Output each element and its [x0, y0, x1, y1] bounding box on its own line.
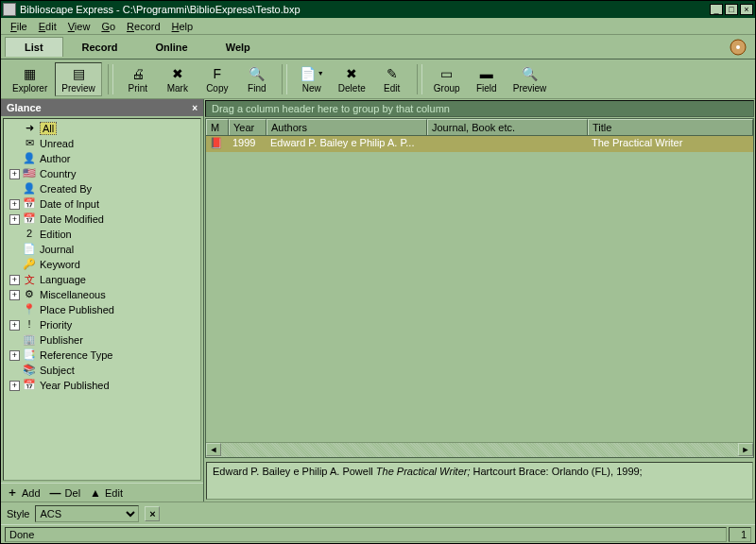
expand-icon[interactable]: +: [9, 290, 20, 300]
tree-item-date-modified[interactable]: +📅Date Modified: [6, 212, 198, 227]
tree-item-keyword[interactable]: 🔑Keyword: [6, 257, 198, 272]
tree-icon: 🏢: [22, 333, 37, 347]
scroll-left-icon[interactable]: ◄: [206, 443, 221, 456]
expand-icon[interactable]: +: [9, 275, 20, 285]
tree-label: Country: [40, 168, 77, 179]
tree-item-country[interactable]: +🇺🇸Country: [6, 166, 198, 181]
edit-icon: ✎: [384, 65, 401, 82]
glance-buttons: ＋Add —Del ▲Edit: [1, 483, 203, 502]
maximize-button[interactable]: □: [725, 4, 738, 15]
toolbar-mark[interactable]: ✖Mark: [159, 63, 197, 95]
citation-title: The Practical Writer;: [376, 466, 471, 477]
menu-record[interactable]: Record: [121, 19, 165, 34]
style-select[interactable]: ACS: [35, 505, 139, 522]
mark-icon: ✖: [169, 65, 186, 82]
statusbar: Done 1: [1, 524, 755, 543]
toolbar-print[interactable]: 🖨Print: [119, 63, 157, 95]
tree-item-date-of-input[interactable]: +📅Date of Input: [6, 196, 198, 212]
col-journal[interactable]: Journal, Book etc.: [427, 119, 588, 135]
tree-icon: 📅: [22, 212, 37, 226]
tree-item-reference-type[interactable]: +📑Reference Type: [6, 348, 198, 363]
group-icon: ▭: [438, 65, 455, 82]
style-clear-button[interactable]: ×: [145, 506, 160, 521]
citation-authors: Edward P. Bailey e Philip A. Powell: [213, 466, 376, 477]
tree-label: Journal: [40, 244, 74, 255]
tree-item-year-published[interactable]: +📅Year Published: [6, 378, 198, 393]
tree-item-all[interactable]: ➜All: [6, 121, 198, 136]
toolbar-edit[interactable]: ✎Edit: [373, 63, 411, 95]
tree-label: Edition: [40, 229, 72, 240]
cd-icon[interactable]: [729, 38, 747, 57]
toolbar-explorer[interactable]: ▦Explorer: [7, 63, 53, 95]
toolbar-new[interactable]: 📄▼New: [293, 63, 331, 95]
minimize-button[interactable]: _: [710, 4, 723, 15]
tree-item-miscellaneous[interactable]: +⚙Miscellaneous: [6, 287, 198, 302]
glance-title: Glance: [7, 102, 42, 113]
expand-icon[interactable]: +: [9, 350, 20, 361]
tree-icon: 🔑: [22, 258, 37, 271]
glance-add-button[interactable]: ＋Add: [7, 484, 41, 501]
tree-label: Unread: [40, 138, 74, 149]
col-title[interactable]: Title: [588, 119, 753, 135]
tree-item-subject[interactable]: 📚Subject: [6, 363, 198, 378]
toolbar-copy[interactable]: FCopy: [198, 63, 236, 95]
toolbar-preview[interactable]: ▤Preview: [55, 62, 102, 96]
tree-item-edition[interactable]: 2Edition: [6, 227, 198, 242]
tree-item-language[interactable]: +文Language: [6, 272, 198, 287]
tree-item-author[interactable]: 👤Author: [6, 151, 198, 166]
tree-icon: 👤: [22, 182, 37, 196]
expand-icon[interactable]: +: [9, 381, 20, 391]
menu-view[interactable]: View: [62, 19, 96, 34]
app-icon: [3, 3, 16, 16]
menu-help[interactable]: Help: [166, 19, 199, 34]
tree-item-priority[interactable]: +!Priority: [6, 317, 198, 332]
tree-label: Place Published: [40, 304, 114, 315]
toolbar: ▦Explorer ▤Preview 🖨Print ✖Mark FCopy 🔍F…: [1, 60, 755, 99]
glance-close-icon[interactable]: ×: [192, 103, 198, 113]
tab-welp[interactable]: Welp: [207, 38, 269, 57]
print-icon: 🖨: [129, 65, 146, 82]
tree-label: Keyword: [40, 259, 80, 270]
table-row[interactable]: 📕1999Edward P. Bailey e Philip A. P...Th…: [206, 136, 753, 152]
toolbar-find[interactable]: 🔍Find: [238, 63, 276, 95]
tree-icon: ➜: [22, 122, 37, 135]
col-authors[interactable]: Authors: [266, 119, 427, 135]
style-row: Style ACS ×: [1, 502, 755, 524]
tree-label: Reference Type: [40, 349, 112, 361]
close-button[interactable]: ×: [740, 4, 753, 15]
tab-online[interactable]: Online: [136, 38, 206, 57]
tree-icon: 📚: [22, 364, 37, 377]
toolbar-field[interactable]: ▬Field: [468, 63, 506, 95]
toolbar-group[interactable]: ▭Group: [428, 63, 466, 95]
expand-icon[interactable]: +: [9, 320, 20, 331]
tree-item-unread[interactable]: ✉Unread: [6, 136, 198, 151]
tree-item-publisher[interactable]: 🏢Publisher: [6, 332, 198, 348]
menu-file[interactable]: File: [5, 19, 33, 34]
horizontal-scrollbar[interactable]: ◄ ►: [206, 442, 753, 457]
tree-item-place-published[interactable]: 📍Place Published: [6, 302, 198, 317]
side-panel: Glance × ➜All✉Unread👤Author+🇺🇸Country👤Cr…: [1, 99, 204, 502]
menu-go[interactable]: Go: [95, 19, 121, 34]
col-year[interactable]: Year: [229, 119, 266, 135]
menu-edit[interactable]: Edit: [33, 19, 62, 34]
tree-label: Year Published: [40, 380, 110, 391]
tab-row: List Record Online Welp: [1, 35, 755, 60]
col-m[interactable]: M: [206, 119, 229, 135]
expand-icon[interactable]: +: [9, 199, 20, 210]
tree-item-journal[interactable]: 📄Journal: [6, 242, 198, 257]
scroll-right-icon[interactable]: ►: [738, 443, 753, 456]
tree-item-created-by[interactable]: 👤Created By: [6, 181, 198, 196]
tree-label: Date Modified: [40, 213, 104, 225]
group-hint[interactable]: Drag a column header here to group by th…: [205, 100, 754, 117]
tab-list[interactable]: List: [5, 37, 63, 57]
toolbar-preview2[interactable]: 🔍Preview: [507, 63, 553, 95]
expand-icon[interactable]: +: [9, 214, 20, 225]
glance-del-button[interactable]: —Del: [50, 486, 81, 500]
toolbar-delete[interactable]: ✖Delete: [333, 63, 371, 95]
expand-icon[interactable]: +: [9, 169, 20, 179]
glance-edit-button[interactable]: ▲Edit: [90, 486, 123, 500]
tree-icon: 📑: [22, 348, 37, 362]
preview2-icon: 🔍: [522, 65, 539, 82]
tab-record[interactable]: Record: [63, 38, 137, 57]
tree-icon: 文: [22, 273, 37, 286]
